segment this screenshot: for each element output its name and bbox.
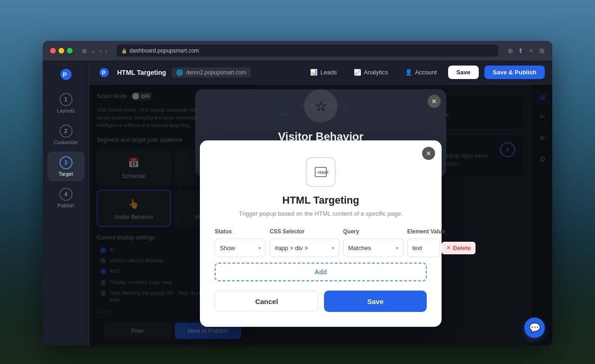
app-logo-sidebar: P (58, 66, 74, 83)
grid-icon[interactable]: ⊞ (539, 47, 545, 54)
modal-actions: Cancel Save (215, 291, 427, 312)
chevron-down-icon: ▾ (258, 245, 261, 251)
element-value-label: Element Value (407, 228, 476, 235)
chevron-down-icon-3: ▾ (396, 245, 398, 251)
svg-text:P: P (102, 70, 106, 76)
forward-icon[interactable]: › (105, 47, 107, 54)
app-logo: P (97, 65, 112, 80)
page-title: HTML Targeting (117, 69, 166, 76)
add-row-button[interactable]: Add (215, 263, 427, 281)
css-selector-col: CSS Selector #app > div > ▾ (270, 228, 339, 257)
main-area: P HTML Targeting 🌐 demo2.popupsmart.com … (89, 60, 552, 345)
share-icon[interactable]: ⬆ (518, 47, 523, 54)
sidebar-item-layouts[interactable]: 1 Layouts (47, 88, 85, 118)
search-icon[interactable]: ⊕ (508, 47, 513, 54)
css-selector-select[interactable]: #app > div > ▾ (270, 238, 339, 257)
sidebar-toggle-icon[interactable]: ⊞ (82, 47, 87, 54)
html-modal-close-button[interactable]: ✕ (422, 147, 435, 160)
query-col: Query Matches ▾ (343, 228, 403, 257)
chat-icon: 💬 (529, 322, 541, 333)
save-button-modal[interactable]: Save (324, 291, 427, 312)
sidebar-item-publish[interactable]: 4 Publish (47, 183, 85, 213)
traffic-lights (50, 48, 73, 53)
browser-toolbar: ⊞ ⌄ ‹ › 🔒 dashboard.popupsmart.com ⊕ ⬆ ＋… (43, 41, 552, 60)
sidebar-item-customize[interactable]: 2 Customize (47, 120, 85, 150)
lock-icon: 🔒 (121, 48, 127, 53)
cancel-button[interactable]: Cancel (215, 291, 318, 312)
visitor-modal-icon: ☆ (304, 89, 337, 123)
status-col: Status Show ▾ (215, 228, 266, 257)
leads-button[interactable]: 📊 Leads (304, 66, 342, 79)
html-modal-subtitle: Trigger popup based on the HTML content … (215, 210, 427, 217)
step-4-circle: 4 (60, 188, 73, 201)
account-icon: 👤 (405, 69, 412, 76)
step-2-circle: 2 (60, 125, 73, 138)
sidebar-item-label: Publish (57, 203, 74, 208)
analytics-button[interactable]: 📈 Analytics (348, 66, 394, 79)
sidebar-item-label: Layouts (57, 108, 75, 113)
form-labels-row: Status Show ▾ CSS Selector #app > div > … (215, 228, 427, 257)
chevron-down-icon[interactable]: ⌄ (91, 47, 96, 54)
step-1-circle: 1 (60, 93, 73, 106)
status-select[interactable]: Show ▾ (215, 238, 266, 257)
address-bar[interactable]: 🔒 dashboard.popupsmart.com (117, 45, 498, 57)
app-content: P 1 Layouts 2 Customize 3 Target 4 Publi… (43, 60, 552, 345)
html-modal-icon: <html> (306, 157, 336, 187)
browser-window: ⊞ ⌄ ‹ › 🔒 dashboard.popupsmart.com ⊕ ⬆ ＋… (43, 41, 552, 345)
chat-bubble[interactable]: 💬 (524, 318, 545, 338)
chevron-down-icon-2: ▾ (332, 245, 334, 251)
domain-badge: 🌐 demo2.popupsmart.com (172, 67, 251, 78)
new-tab-icon[interactable]: ＋ (528, 46, 535, 55)
close-icon: ✕ (446, 245, 451, 251)
element-value-col: Element Value ✕ Delete (407, 228, 476, 257)
save-button[interactable]: Save (448, 66, 479, 79)
content-area: Smart Mode OFF With Smart mode, your pop… (89, 85, 552, 345)
browser-nav-icons: ⊞ ⌄ ‹ › (82, 47, 107, 54)
sidebar-item-target[interactable]: 3 Target (47, 152, 85, 181)
top-nav: P HTML Targeting 🌐 demo2.popupsmart.com … (89, 60, 552, 85)
account-button[interactable]: 👤 Account (399, 66, 443, 79)
save-publish-button[interactable]: Save & Publish (484, 66, 545, 79)
globe-icon: 🌐 (176, 69, 183, 76)
svg-text:<html>: <html> (317, 170, 328, 175)
query-select[interactable]: Matches ▾ (343, 238, 403, 257)
minimize-traffic-light[interactable] (59, 48, 64, 53)
html-modal-title: HTML Targeting (215, 194, 427, 206)
domain-text: demo2.popupsmart.com (186, 69, 246, 76)
html-targeting-modal: ✕ <html> HTML Targeting Trigger popup ba… (200, 140, 442, 327)
query-label: Query (343, 228, 403, 235)
status-label: Status (215, 228, 266, 235)
svg-text:P: P (63, 71, 67, 78)
maximize-traffic-light[interactable] (67, 48, 73, 53)
visitor-modal-close-button[interactable]: ✕ (428, 95, 441, 108)
analytics-icon: 📈 (354, 69, 361, 76)
css-selector-label: CSS Selector (270, 228, 339, 235)
sidebar-item-label: Target (59, 171, 73, 177)
element-value-input[interactable] (407, 238, 440, 257)
sidebar-item-label: Customize (54, 139, 78, 145)
close-traffic-light[interactable] (50, 48, 56, 53)
sidebar: P 1 Layouts 2 Customize 3 Target 4 Publi… (43, 60, 89, 345)
delete-row-button[interactable]: ✕ Delete (442, 242, 476, 254)
leads-icon: 📊 (310, 69, 317, 76)
step-3-circle: 3 (60, 156, 73, 169)
browser-actions: ⊕ ⬆ ＋ ⊞ (508, 46, 545, 55)
url-text: dashboard.popupsmart.com (130, 47, 199, 54)
back-icon[interactable]: ‹ (99, 47, 101, 54)
